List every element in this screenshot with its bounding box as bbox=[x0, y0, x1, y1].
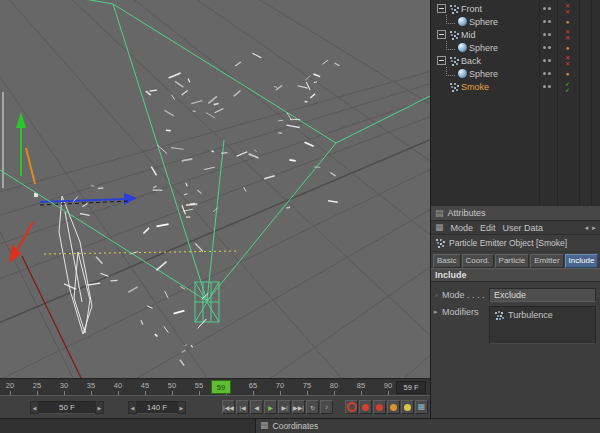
ruler-tick[interactable]: 70 bbox=[272, 381, 288, 390]
ruler-tick[interactable]: 85 bbox=[353, 381, 369, 390]
status-xx-icon[interactable]: ✕✕ bbox=[560, 54, 575, 67]
range-start-field: ◀ 50 F ▶ bbox=[30, 401, 104, 414]
application-window: Front✕✕Sphere●Mid✕✕Sphere●Back✕✕Sphere●S… bbox=[0, 0, 600, 433]
object-label[interactable]: Back bbox=[461, 56, 481, 66]
expand-toggle-icon[interactable] bbox=[437, 56, 446, 65]
ruler-tick[interactable]: 65 bbox=[245, 381, 261, 390]
ruler-tick[interactable]: 45 bbox=[137, 381, 153, 390]
status-orange-icon[interactable]: ● bbox=[560, 41, 575, 54]
sound-button[interactable]: ♪ bbox=[320, 400, 333, 414]
orange-handle[interactable] bbox=[26, 148, 35, 184]
loop-button[interactable]: ↻ bbox=[306, 400, 319, 414]
record-rotation-icon bbox=[404, 404, 411, 411]
visibility-dots-icon[interactable] bbox=[543, 33, 546, 36]
modifiers-listbox[interactable]: Turbulence bbox=[489, 306, 596, 344]
prev-key-button[interactable]: |◀ bbox=[236, 400, 249, 414]
ruler-tick[interactable]: 40 bbox=[110, 381, 126, 390]
visibility-dots-icon[interactable] bbox=[543, 20, 546, 23]
attributes-titlebar[interactable]: ▤ Attributes bbox=[431, 206, 600, 221]
object-label[interactable]: Smoke bbox=[461, 82, 489, 92]
grid-icon: ▦ bbox=[435, 223, 444, 232]
emitter-icon bbox=[449, 30, 459, 40]
spin-right-icon[interactable]: ▶ bbox=[177, 401, 186, 414]
status-xx-icon[interactable]: ✕✕ bbox=[560, 2, 575, 15]
ruler-tick[interactable]: 80 bbox=[326, 381, 342, 390]
prev-frame-button[interactable]: ◀ bbox=[250, 400, 263, 414]
tab-include[interactable]: Include bbox=[565, 254, 599, 268]
object-label[interactable]: Sphere bbox=[469, 17, 498, 27]
menu-item-edit[interactable]: Edit bbox=[480, 223, 496, 233]
viewport-3d[interactable] bbox=[0, 0, 430, 378]
sphere-icon bbox=[458, 43, 467, 52]
range-start-value[interactable]: 50 F bbox=[39, 401, 95, 414]
next-key-button[interactable]: ▶| bbox=[278, 400, 291, 414]
keyframe-selection-button[interactable]: ▦ bbox=[415, 400, 428, 414]
ruler-tick[interactable]: 30 bbox=[56, 381, 72, 390]
menu-item-mode[interactable]: Mode bbox=[451, 223, 474, 233]
expand-triangle-icon[interactable]: ▸ bbox=[434, 308, 438, 316]
object-label[interactable]: Sphere bbox=[469, 43, 498, 53]
goto-start-button[interactable]: |◀◀ bbox=[222, 400, 235, 414]
mode-dropdown[interactable]: Exclude bbox=[489, 288, 596, 302]
record-position-button[interactable] bbox=[373, 400, 386, 414]
axis-gizmo[interactable] bbox=[9, 112, 236, 378]
object-row[interactable]: Smoke✓✓ bbox=[431, 80, 600, 93]
tab-particle[interactable]: Particle bbox=[495, 254, 530, 268]
object-label[interactable]: Sphere bbox=[469, 69, 498, 79]
panel-scroll-arrows-icon[interactable]: ◄ ► bbox=[583, 225, 597, 231]
ruler-tick[interactable]: 35 bbox=[83, 381, 99, 390]
object-row[interactable]: Sphere● bbox=[431, 67, 600, 80]
record-keyframes-button[interactable] bbox=[345, 400, 358, 414]
object-row[interactable]: Back✕✕ bbox=[431, 54, 600, 67]
object-label[interactable]: Front bbox=[461, 4, 482, 14]
play-button[interactable]: ▶ bbox=[264, 400, 277, 414]
object-row[interactable]: Sphere● bbox=[431, 15, 600, 28]
visibility-dots-icon[interactable] bbox=[543, 7, 546, 10]
spin-right-icon[interactable]: ▶ bbox=[95, 401, 104, 414]
emitter-icon bbox=[449, 82, 459, 92]
status-check-icon[interactable]: ✓✓ bbox=[560, 80, 575, 93]
ruler-tick[interactable]: 75 bbox=[299, 381, 315, 390]
timeline-ruler[interactable]: 59 59 F 202530354045505560657075808590 bbox=[0, 378, 430, 395]
emitter-frustum-wireframe[interactable] bbox=[0, 0, 430, 322]
visibility-dots-icon[interactable] bbox=[543, 59, 546, 62]
z-axis-arrowhead bbox=[124, 193, 137, 205]
current-frame-field[interactable]: 59 F bbox=[396, 381, 426, 394]
spin-left-icon[interactable]: ◀ bbox=[128, 401, 137, 414]
object-title: Particle Emitter Object [Smoke] bbox=[449, 238, 567, 248]
goto-end-button[interactable]: ▶▶| bbox=[292, 400, 305, 414]
record-scale-button[interactable] bbox=[387, 400, 400, 414]
coordinates-titlebar[interactable]: ▦ Coordinates bbox=[256, 419, 600, 432]
record-rotation-button[interactable] bbox=[401, 400, 414, 414]
spin-left-icon[interactable]: ◀ bbox=[30, 401, 39, 414]
ruler-tick[interactable]: 20 bbox=[2, 381, 18, 390]
status-orange-icon[interactable]: ● bbox=[560, 67, 575, 80]
modifier-item[interactable]: Turbulence bbox=[490, 307, 595, 320]
tab-emitter[interactable]: Emitter bbox=[530, 254, 563, 268]
object-row[interactable]: Mid✕✕ bbox=[431, 28, 600, 41]
ruler-tick[interactable]: 50 bbox=[164, 381, 180, 390]
expand-toggle-icon[interactable] bbox=[437, 30, 446, 39]
menu-item-user-data[interactable]: User Data bbox=[503, 223, 544, 233]
tab-basic[interactable]: Basic bbox=[433, 254, 461, 268]
object-label[interactable]: Mid bbox=[461, 30, 476, 40]
visibility-dots-icon[interactable] bbox=[543, 46, 546, 49]
status-orange-icon[interactable]: ● bbox=[560, 15, 575, 28]
object-row[interactable]: Sphere● bbox=[431, 41, 600, 54]
tab-coord[interactable]: Coord. bbox=[462, 254, 494, 268]
autokey-button[interactable] bbox=[359, 400, 372, 414]
expand-toggle-icon[interactable] bbox=[437, 4, 446, 13]
modifiers-row: ▸ Modifiers Turbulence bbox=[431, 306, 600, 346]
visibility-dots-icon[interactable] bbox=[543, 85, 546, 88]
current-frame-marker[interactable]: 59 bbox=[211, 380, 231, 394]
visibility-dots-icon[interactable] bbox=[543, 72, 546, 75]
ruler-tick[interactable]: 55 bbox=[191, 381, 207, 390]
status-xx-icon[interactable]: ✕✕ bbox=[560, 28, 575, 41]
ruler-tick[interactable]: 90 bbox=[380, 381, 396, 390]
object-row[interactable]: Front✕✕ bbox=[431, 2, 600, 15]
ruler-tick[interactable]: 25 bbox=[29, 381, 45, 390]
range-end-value[interactable]: 140 F bbox=[137, 401, 177, 414]
transport-bar: ◀ 50 F ▶ ◀ 140 F ▶ |◀◀|◀◀▶▶|▶▶|↻♪▦ bbox=[0, 395, 430, 418]
viewport-canvas[interactable] bbox=[0, 0, 430, 378]
spline-object-wireframe[interactable] bbox=[3, 92, 92, 334]
